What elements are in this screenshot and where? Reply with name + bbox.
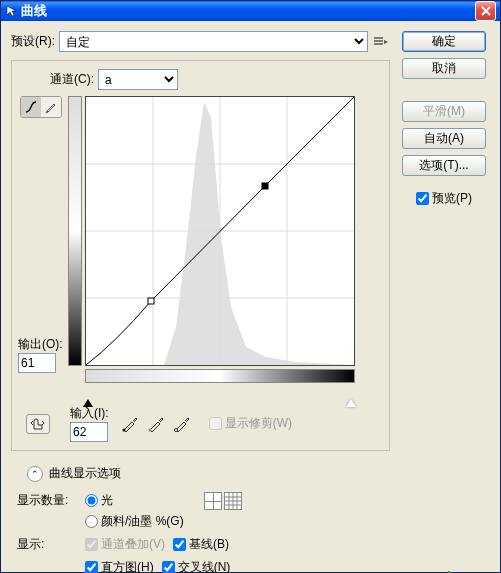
disclosure-label: 曲线显示选项 — [49, 465, 121, 482]
close-button[interactable] — [475, 1, 496, 21]
svg-point-6 — [122, 428, 125, 431]
svg-point-7 — [148, 428, 151, 431]
channel-group: 通道(C): a — [11, 60, 390, 451]
preset-menu-button[interactable] — [372, 33, 390, 51]
auto-button[interactable]: 自动(A) — [402, 128, 486, 149]
curve-tool-group — [20, 96, 62, 118]
finger-icon — [30, 417, 46, 431]
show-clipping-check[interactable]: 显示修剪(W) — [209, 415, 292, 432]
output-label: 输出(O): — [18, 336, 63, 353]
window-title: 曲线 — [19, 2, 475, 20]
smooth-button[interactable]: 平滑(M) — [402, 101, 486, 122]
input-gradient — [85, 369, 355, 383]
histogram-plot — [146, 102, 354, 365]
close-icon — [481, 6, 491, 16]
curves-dialog: 曲线 预设(R): 自定 通道(C): a — [0, 0, 501, 573]
pigment-radio[interactable]: 颜料/油墨 %(G) — [85, 513, 184, 530]
display-options-disclosure[interactable]: ⌃ 曲线显示选项 — [27, 465, 390, 482]
gray-eyedropper[interactable] — [147, 415, 165, 433]
curve-icon — [24, 100, 38, 114]
target-adjust-button[interactable] — [26, 414, 50, 434]
cancel-button[interactable]: 取消 — [402, 58, 486, 79]
histogram-check[interactable]: 直方图(H) — [85, 559, 154, 573]
titlebar[interactable]: 曲线 — [1, 1, 500, 21]
svg-point-8 — [174, 428, 177, 431]
black-eyedropper[interactable] — [121, 415, 139, 433]
options-button[interactable]: 选项(T)... — [402, 155, 486, 176]
grid-simple-button[interactable] — [204, 492, 222, 510]
grid-detailed-button[interactable] — [224, 492, 242, 510]
white-slider[interactable] — [346, 399, 356, 407]
curve-point-2[interactable] — [262, 183, 268, 189]
black-slider[interactable] — [83, 399, 93, 407]
preview-check[interactable]: 预览(P) — [416, 190, 472, 207]
light-radio[interactable]: 光 — [85, 492, 184, 509]
output-input[interactable] — [18, 353, 56, 373]
pencil-icon — [44, 100, 58, 114]
amount-label: 显示数量: — [17, 492, 77, 509]
input-label: 输入(I): — [70, 406, 109, 420]
pencil-tool-button[interactable] — [41, 97, 61, 117]
show-label: 显示: — [17, 536, 77, 553]
ok-button[interactable]: 确定 — [402, 31, 486, 52]
input-input[interactable] — [70, 422, 108, 442]
baseline-check[interactable]: 基线(B) — [173, 536, 229, 553]
cursor-icon — [5, 4, 19, 18]
channel-select[interactable]: a — [98, 69, 178, 90]
curve-point-1[interactable] — [148, 298, 154, 304]
curve-canvas[interactable] — [85, 96, 355, 366]
curve-tool-button[interactable] — [21, 97, 41, 117]
intersection-check[interactable]: 交叉线(N) — [162, 559, 231, 573]
output-gradient — [68, 96, 82, 366]
channel-label: 通道(C): — [50, 71, 94, 88]
preset-label: 预设(R): — [11, 33, 55, 50]
white-eyedropper[interactable] — [173, 415, 191, 433]
menu-icon — [374, 36, 388, 48]
preset-select[interactable]: 自定 — [59, 31, 368, 52]
chevron-up-icon: ⌃ — [27, 466, 43, 482]
overlay-check[interactable]: 通道叠加(V) — [85, 536, 165, 553]
